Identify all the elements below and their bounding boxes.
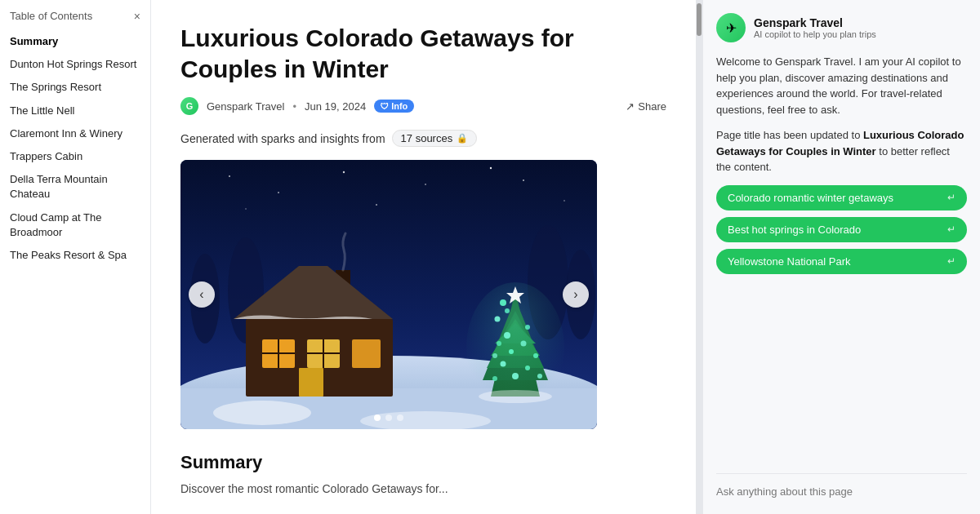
svg-point-4 (425, 184, 426, 185)
svg-point-3 (343, 171, 345, 173)
svg-point-9 (376, 204, 377, 206)
author-name: Genspark Travel (207, 100, 284, 113)
svg-point-51 (479, 390, 552, 403)
sidebar-header: Table of Contents × (0, 10, 150, 30)
sources-badge[interactable]: 17 sources 🔒 (392, 130, 478, 147)
suggestion-button-2[interactable]: Yellowstone National Park↵ (716, 249, 967, 274)
chat-messages: Welcome to Genspark Travel. I am your AI… (716, 54, 967, 473)
return-icon-2: ↵ (947, 255, 956, 267)
return-icon-0: ↵ (947, 192, 956, 203)
toc-item-2[interactable]: The Springs Resort (0, 76, 150, 99)
update-prefix: Page title has been updated to (716, 129, 863, 141)
article-meta: G Genspark Travel • Jun 19, 2024 🛡 Info … (180, 97, 666, 115)
shield-icon: 🛡 (381, 102, 389, 111)
toc-item-8[interactable]: The Peaks Resort & Spa (0, 244, 150, 267)
scrollbar-thumb[interactable] (697, 3, 702, 36)
welcome-message: Welcome to Genspark Travel. I am your AI… (716, 54, 967, 117)
svg-point-7 (490, 167, 492, 169)
toc-item-5[interactable]: Trappers Cabin (0, 145, 150, 168)
summary-section-text: Discover the most romantic Colorado Geta… (180, 480, 666, 498)
scrollbar-track[interactable] (696, 0, 702, 514)
suggestion-label-2: Yellowstone National Park (728, 255, 851, 268)
share-icon: ↗ (626, 100, 635, 113)
lock-icon: 🔒 (457, 133, 468, 144)
svg-rect-22 (352, 339, 381, 368)
toc-item-4[interactable]: Claremont Inn & Winery (0, 122, 150, 145)
carousel-image (180, 160, 597, 429)
suggestion-button-1[interactable]: Best hot springs in Colorado↵ (716, 217, 967, 242)
info-badge[interactable]: 🛡 Info (374, 100, 414, 113)
carousel-next-button[interactable]: › (563, 281, 589, 308)
close-sidebar-button[interactable]: × (134, 11, 140, 22)
author-avatar: G (180, 97, 198, 115)
sources-count: 17 sources (401, 132, 453, 144)
return-icon-1: ↵ (947, 224, 956, 235)
sources-text: Generated with sparks and insights from (180, 132, 385, 145)
svg-point-5 (523, 179, 524, 181)
chat-input[interactable] (716, 482, 967, 501)
sources-line: Generated with sparks and insights from … (180, 130, 666, 147)
carousel-dot-1[interactable] (374, 414, 381, 421)
chat-input-wrap (716, 473, 967, 501)
update-message: Page title has been updated to Luxurious… (716, 127, 967, 175)
main-content: Luxurious Colorado Getaways for Couples … (151, 0, 696, 514)
article-date: Jun 19, 2024 (305, 100, 366, 113)
toc-label: Table of Contents (10, 10, 92, 22)
chat-panel: ✈ Genspark Travel AI copilot to help you… (702, 0, 980, 514)
article-title: Luxurious Colorado Getaways for Couples … (180, 23, 605, 84)
chat-header: ✈ Genspark Travel AI copilot to help you… (716, 13, 967, 42)
info-badge-label: Info (391, 101, 408, 111)
carousel-dot-3[interactable] (397, 414, 403, 421)
sidebar: Table of Contents × SummaryDunton Hot Sp… (0, 0, 151, 514)
toc-item-1[interactable]: Dunton Hot Springs Resort (0, 53, 150, 76)
image-carousel: ‹ › (180, 160, 597, 429)
chat-bot-subtitle: AI copilot to help you plan trips (754, 29, 876, 39)
chat-suggestions: Colorado romantic winter getaways↵Best h… (716, 185, 967, 274)
toc-item-7[interactable]: Cloud Camp at The Broadmoor (0, 206, 150, 244)
carousel-dots (374, 414, 403, 421)
svg-point-8 (245, 208, 247, 210)
chat-bot-name: Genspark Travel (754, 16, 876, 29)
toc-item-0[interactable]: Summary (0, 30, 150, 53)
suggestion-button-0[interactable]: Colorado romantic winter getaways↵ (716, 185, 967, 210)
chat-title-group: Genspark Travel AI copilot to help you p… (754, 16, 876, 39)
svg-point-52 (213, 401, 311, 425)
svg-point-6 (564, 200, 565, 202)
svg-point-1 (229, 175, 230, 177)
svg-point-2 (278, 192, 279, 193)
suggestion-label-0: Colorado romantic winter getaways (728, 192, 893, 204)
suggestion-label-1: Best hot springs in Colorado (728, 224, 861, 236)
chat-avatar: ✈ (716, 13, 746, 42)
summary-section-title: Summary (180, 452, 666, 473)
share-button[interactable]: ↗ Share (626, 100, 666, 113)
welcome-text: Welcome to Genspark Travel. I am your AI… (716, 55, 961, 116)
toc-item-6[interactable]: Della Terra Mountain Chateau (0, 168, 150, 206)
toc-list: SummaryDunton Hot Springs ResortThe Spri… (0, 30, 150, 267)
carousel-dot-2[interactable] (385, 414, 392, 421)
meta-separator: • (292, 100, 296, 113)
share-label: Share (638, 100, 666, 113)
svg-rect-27 (299, 368, 323, 397)
toc-item-3[interactable]: The Little Nell (0, 100, 150, 122)
carousel-prev-button[interactable]: ‹ (189, 281, 215, 308)
